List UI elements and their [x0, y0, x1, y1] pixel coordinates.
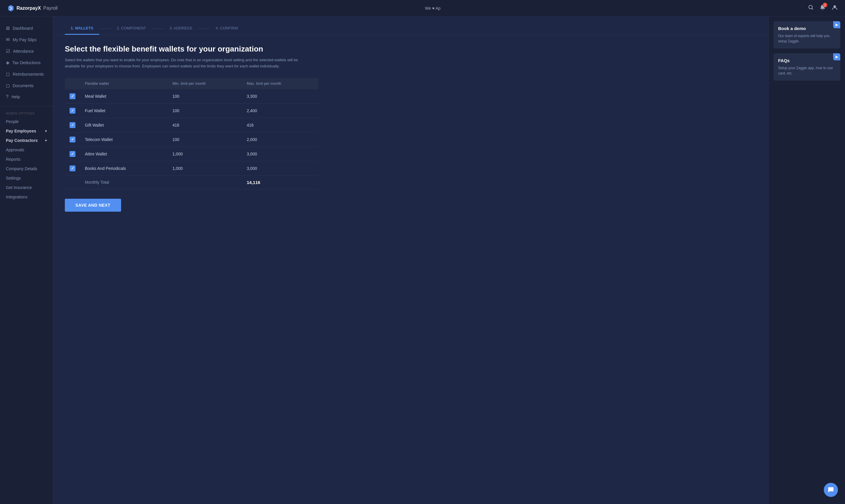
- sidebar-divider: [0, 106, 53, 106]
- step-component[interactable]: 2. COMPONENT: [111, 22, 152, 35]
- checkbox-checked[interactable]: [70, 122, 75, 128]
- svg-point-2: [833, 5, 836, 8]
- pay-contractors-chevron: ▾: [45, 139, 47, 143]
- svg-point-1: [822, 10, 823, 10]
- sidebar-item-label: Documents: [13, 83, 34, 88]
- user-avatar[interactable]: [831, 4, 838, 12]
- table-row: Fuel Wallet 100 2,400: [65, 103, 318, 118]
- table-row: Attire Wallet 1,000 3,000: [65, 147, 318, 161]
- col-header-check: [65, 78, 80, 89]
- pay-employees-chevron: ▾: [45, 129, 47, 133]
- chat-button[interactable]: [824, 483, 838, 497]
- row-checkbox-cell[interactable]: [65, 89, 80, 104]
- main-content: 1. WALLETS 2. COMPONENT 3. ADDRESS 4. CO…: [53, 17, 769, 504]
- total-row: Monthly Total 14,116: [65, 176, 318, 189]
- wallet-max: 2,400: [242, 103, 318, 118]
- wallet-max: 3,000: [242, 147, 318, 161]
- book-demo-corner-icon: ▶: [833, 21, 840, 28]
- save-and-next-button[interactable]: SAVE AND NEXT: [65, 199, 121, 212]
- step-divider-1: [99, 29, 111, 29]
- faqs-card[interactable]: ▶ FAQs Setup your Zaggle app, how to use…: [773, 53, 840, 81]
- step-wallets[interactable]: 1. WALLETS: [65, 22, 99, 35]
- notifications-icon[interactable]: 1: [820, 4, 826, 12]
- sidebar-item-pay-contractors[interactable]: Pay Contractors ▾: [0, 136, 53, 145]
- table-row: Meal Wallet 100 3,300: [65, 89, 318, 104]
- col-header-min: Min. limit per month: [168, 78, 242, 89]
- sidebar-item-pay-slips[interactable]: ✉ My Pay Slips: [0, 34, 53, 45]
- row-checkbox-cell[interactable]: [65, 132, 80, 147]
- row-checkbox-cell[interactable]: [65, 161, 80, 176]
- tax-icon: ◈: [6, 60, 10, 65]
- wallet-name: Fuel Wallet: [80, 103, 168, 118]
- wallet-name: Gift Wallet: [80, 118, 168, 132]
- sidebar-item-label: Help: [12, 94, 20, 99]
- table-row: Gift Wallet 416 416: [65, 118, 318, 132]
- sidebar-item-label: Dashboard: [13, 26, 33, 31]
- row-checkbox-cell[interactable]: [65, 147, 80, 161]
- sidebar-item-approvals[interactable]: Approvals: [0, 145, 53, 155]
- checkbox-checked[interactable]: [70, 93, 75, 99]
- sidebar-item-pay-employees[interactable]: Pay Employees ▾: [0, 126, 53, 136]
- faqs-description: Setup your Zaggle app, how to use card, …: [778, 65, 835, 76]
- sidebar-item-dashboard[interactable]: ⊞ Dashboard: [0, 22, 53, 34]
- logo[interactable]: RazorpayX Payroll: [7, 4, 58, 12]
- step-divider-3: [198, 29, 210, 29]
- step-divider-2: [152, 29, 164, 29]
- page-description: Select the wallets that you want to enab…: [65, 57, 300, 70]
- company-label: We ♥ Ap: [425, 6, 441, 11]
- wallet-name: Books And Periodicals: [80, 161, 168, 176]
- sidebar-item-reimbursements[interactable]: ◻ Reimbursements: [0, 68, 53, 80]
- wallet-min: 1,000: [168, 161, 242, 176]
- pay-contractors-label: Pay Contractors: [6, 138, 38, 143]
- wallet-max: 2,000: [242, 132, 318, 147]
- row-checkbox-cell[interactable]: [65, 118, 80, 132]
- sidebar-item-tax-deductions[interactable]: ◈ Tax Deductions: [0, 57, 53, 68]
- admin-section-label: ADMIN OPTIONS: [0, 110, 53, 117]
- wallet-min: 416: [168, 118, 242, 132]
- sidebar-item-reports[interactable]: Reports: [0, 155, 53, 164]
- total-label: Monthly Total: [80, 176, 168, 189]
- nav-actions: 1: [808, 4, 838, 12]
- wallet-max: 416: [242, 118, 318, 132]
- book-demo-title: Book a demo: [778, 26, 835, 31]
- wallet-name: Telecom Wallet: [80, 132, 168, 147]
- checkbox-checked[interactable]: [70, 137, 75, 143]
- sidebar-item-settings[interactable]: Settings: [0, 174, 53, 183]
- wallet-name: Attire Wallet: [80, 147, 168, 161]
- sidebar-item-get-insurance[interactable]: Get Insurance: [0, 183, 53, 192]
- brand-area: RazorpayX Payroll: [7, 4, 58, 12]
- sidebar-item-integrations[interactable]: Integrations: [0, 192, 53, 202]
- checkbox-checked[interactable]: [70, 108, 75, 114]
- checkbox-checked[interactable]: [70, 151, 75, 157]
- sidebar-item-help[interactable]: ? Help: [0, 91, 53, 103]
- attendance-icon: ☑: [6, 48, 10, 54]
- sidebar-item-people[interactable]: People: [0, 117, 53, 126]
- sidebar-item-company-details[interactable]: Company Details: [0, 164, 53, 174]
- checkbox-checked[interactable]: [70, 165, 75, 171]
- stepper: 1. WALLETS 2. COMPONENT 3. ADDRESS 4. CO…: [53, 17, 769, 35]
- wallet-name: Meal Wallet: [80, 89, 168, 104]
- total-empty-2: [168, 176, 242, 189]
- wallet-min: 100: [168, 103, 242, 118]
- faqs-title: FAQs: [778, 58, 835, 63]
- book-demo-card[interactable]: ▶ Book a demo Our team of experts will h…: [773, 21, 840, 49]
- step-confirm[interactable]: 4. CONFIRM: [210, 22, 244, 35]
- page-content: Select the flexible benefit wallets for …: [53, 35, 769, 221]
- search-icon[interactable]: [808, 4, 814, 12]
- sidebar-item-attendance[interactable]: ☑ Attendance: [0, 45, 53, 57]
- wallet-min: 1,000: [168, 147, 242, 161]
- row-checkbox-cell[interactable]: [65, 103, 80, 118]
- documents-icon: ◻: [6, 83, 10, 88]
- step-address[interactable]: 3. ADDRESS: [164, 22, 198, 35]
- wallet-min: 100: [168, 89, 242, 104]
- book-demo-description: Our team of experts will help you setup …: [778, 33, 835, 44]
- faqs-corner-icon: ▶: [833, 53, 840, 60]
- wallet-max: 3,300: [242, 89, 318, 104]
- sidebar: ⊞ Dashboard ✉ My Pay Slips ☑ Attendance …: [0, 17, 53, 504]
- sidebar-item-documents[interactable]: ◻ Documents: [0, 80, 53, 91]
- reimburse-icon: ◻: [6, 71, 10, 77]
- table-header: Flexible wallet Min. limit per month Max…: [65, 78, 318, 89]
- help-icon: ?: [6, 94, 8, 100]
- wallet-table: Flexible wallet Min. limit per month Max…: [65, 78, 318, 189]
- page-title: Select the flexible benefit wallets for …: [65, 44, 757, 54]
